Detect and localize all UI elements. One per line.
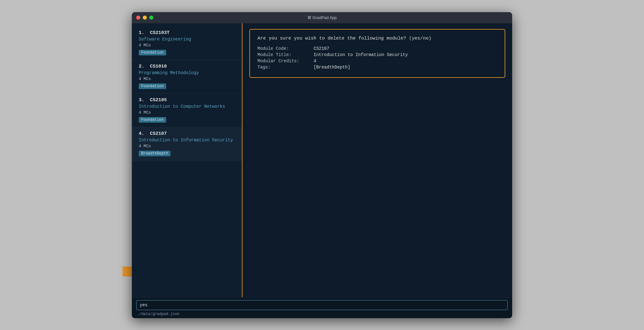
module-title-2: Programming Methodology: [139, 70, 235, 75]
module-mcs-1: 4 MCs: [139, 43, 235, 48]
sidebar: 1. CS2103T Software Engineering 4 MCs Fo…: [132, 23, 243, 297]
window-controls: [136, 16, 153, 20]
module-mcs-4: 4 MCs: [139, 144, 235, 148]
module-item-3[interactable]: 3. CS2105 Introduction to Computer Netwo…: [132, 94, 242, 127]
module-tag-4: BreadthDepth: [139, 151, 171, 156]
close-button[interactable]: [136, 16, 140, 20]
detail-label-0: Module Code:: [257, 46, 314, 51]
app-body: 1. CS2103T Software Engineering 4 MCs Fo…: [132, 23, 512, 297]
command-input[interactable]: [137, 300, 507, 310]
module-tag-3: Foundation: [139, 117, 166, 123]
detail-row-1: Module Title: Introduction to Informatio…: [257, 52, 497, 57]
detail-value-1: Introduction to Information Security: [314, 52, 408, 57]
detail-label-1: Module Title:: [257, 52, 314, 57]
window-title: ⌘ GradPad App: [307, 15, 337, 20]
file-path: ./data/gradpad.json: [136, 312, 508, 316]
app-window: ⌘ GradPad App 1. CS2103T Software Engine…: [132, 12, 512, 318]
module-title-1: Software Engineering: [139, 37, 235, 42]
module-tag-1: Foundation: [139, 50, 166, 55]
module-item-4[interactable]: 4. CS2107 Introduction to Information Se…: [132, 127, 242, 161]
bottom-bar: ./data/gradpad.json: [132, 297, 512, 318]
detail-label-3: Tags:: [257, 65, 314, 70]
detail-value-3: [BreadthDepth]: [314, 65, 350, 70]
module-item-1[interactable]: 1. CS2103T Software Engineering 4 MCs Fo…: [132, 26, 242, 60]
module-number-code-3: 3. CS2105: [139, 97, 235, 103]
module-tag-2: Foundation: [139, 83, 166, 89]
main-content: Are you sure you wish to delete the foll…: [243, 23, 512, 297]
detail-row-0: Module Code: CS2107: [257, 46, 497, 51]
module-mcs-2: 4 MCs: [139, 77, 235, 81]
module-mcs-3: 4 MCs: [139, 110, 235, 115]
module-title-4: Introduction to Information Security: [139, 138, 235, 143]
module-number-code-2: 2. CS1010: [139, 64, 235, 69]
detail-row-3: Tags: [BreadthDepth]: [257, 65, 497, 70]
module-number-code-1: 1. CS2103T: [139, 30, 235, 35]
module-title-3: Introduction to Computer Networks: [139, 104, 235, 109]
module-item-2[interactable]: 2. CS1010 Programming Methodology 4 MCs …: [132, 60, 242, 94]
confirm-question: Are you sure you wish to delete the foll…: [257, 36, 497, 41]
confirm-dialog: Are you sure you wish to delete the foll…: [249, 29, 505, 78]
detail-value-2: 4: [314, 59, 316, 64]
minimize-button[interactable]: [143, 16, 147, 20]
titlebar: ⌘ GradPad App: [132, 12, 512, 23]
maximize-button[interactable]: [149, 16, 153, 20]
input-bar-container: [136, 300, 508, 310]
module-number-code-4: 4. CS2107: [139, 131, 235, 136]
detail-row-2: Modular Credits: 4: [257, 59, 497, 64]
detail-value-0: CS2107: [314, 46, 329, 51]
detail-label-2: Modular Credits:: [257, 59, 314, 64]
